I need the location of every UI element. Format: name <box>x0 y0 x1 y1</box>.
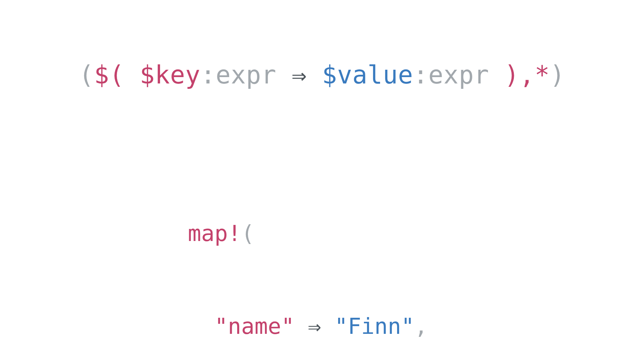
arrow-icon: ⇒ <box>308 313 321 339</box>
space-1 <box>307 60 322 89</box>
macro-example-block: map!( "name" ⇒ "Finn", "gender" ⇒ "Boy" … <box>188 156 644 362</box>
space <box>321 313 334 339</box>
space <box>294 313 308 339</box>
paren-open: ( <box>79 60 94 89</box>
pattern-expr-2: :expr <box>413 60 504 89</box>
slide-content: ($( $key:expr ⇒ $value:expr ),*) map!( "… <box>0 0 644 362</box>
comma: , <box>415 313 428 339</box>
macro-call-name: map! <box>188 221 241 246</box>
pattern-value-part: $value <box>322 60 413 89</box>
value-finn: "Finn" <box>334 313 414 339</box>
key-name: "name" <box>214 313 294 339</box>
pattern-repeat: ),* <box>504 60 550 89</box>
paren-close: ) <box>550 60 565 89</box>
pattern-key-part: $( $key <box>94 60 201 89</box>
macro-pattern-line: ($( $key:expr ⇒ $value:expr ),*) <box>0 60 644 89</box>
macro-open-paren: ( <box>241 221 255 246</box>
pattern-expr-1: :expr <box>201 60 292 89</box>
example-line-2: "name" ⇒ "Finn", <box>188 311 644 342</box>
example-line-1: map!( <box>188 218 644 249</box>
indent <box>188 313 214 339</box>
arrow-icon: ⇒ <box>291 60 307 89</box>
